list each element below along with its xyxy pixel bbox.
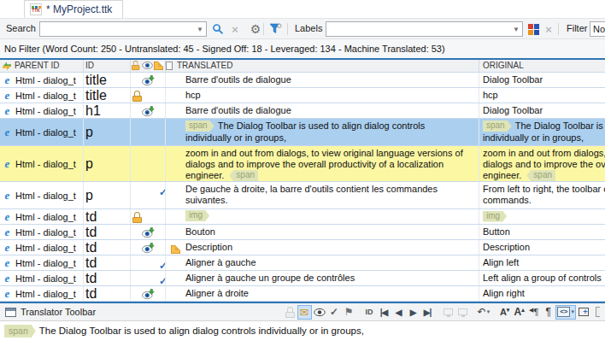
grid-header[interactable]: PARENT ID ID TRANSLATED ORIGINAL [0, 60, 605, 73]
gear-icon[interactable]: ⚙ [248, 21, 263, 37]
table-row[interactable]: eHtml - dialog_ttd✓Aligner à gauche un g… [0, 271, 605, 286]
table-row[interactable]: eHtml - dialog_ttdDescriptionDescription [0, 240, 605, 255]
tab-myproject[interactable]: TTK * MyProject.ttk [24, 0, 123, 18]
table-row[interactable]: eHtml - dialog_ttd✓Aligner à gaucheAlign… [0, 255, 605, 271]
view-eye-button[interactable] [312, 305, 327, 320]
translated-cell[interactable]: spanThe Dialog Toolbar is used to align … [165, 119, 479, 145]
html-page-icon: e [2, 256, 13, 270]
eye-icon[interactable] [142, 61, 153, 72]
table-row[interactable]: eHtml - dialog_tp✓De gauche à droite, la… [0, 182, 605, 209]
translated-cell[interactable]: hcp [165, 88, 479, 103]
open-tag-pill: img [185, 210, 209, 221]
undo-icon: ↶ [478, 306, 486, 318]
note-icon[interactable] [154, 62, 163, 72]
grid-body: eHtml - dialog_ttitleBarre d'outils de d… [0, 73, 605, 302]
html-page-icon: e [2, 189, 13, 203]
translated-cell[interactable]: Aligner à gauche un groupe de contrôles [165, 271, 479, 285]
previous-segment-button[interactable]: ◀ [391, 305, 406, 320]
flag-button[interactable]: ⚑ [342, 305, 356, 320]
original-cell: Left align a group of controls [479, 271, 605, 285]
parent-id-cell: eHtml - dialog_t [2, 103, 83, 118]
next-icon: ▶ [410, 308, 416, 317]
translated-cell[interactable]: zoom in and out from dialogs, to view or… [165, 146, 479, 181]
col-parent-id[interactable]: PARENT ID [15, 61, 59, 70]
next-untranslated-button[interactable] [455, 305, 470, 320]
id-cell: title [85, 73, 128, 87]
search-icon[interactable] [210, 21, 226, 37]
segment-editor[interactable]: spanThe Dialog Toolbar is used to align … [0, 321, 605, 364]
sign-off-button[interactable]: ✓ [327, 305, 342, 320]
translated-cell[interactable]: Description [165, 240, 479, 255]
filter-status-bar: No Filter (Word Count: 250 - Untranslate… [0, 39, 605, 58]
html-page-icon: e [2, 241, 13, 255]
parent-id-text: Html - dialog_t [15, 258, 76, 268]
translated-cell[interactable]: Barre d'outils de dialogue [165, 73, 479, 87]
show-paragraph-button[interactable]: ¶ [541, 305, 555, 320]
original-cell: Button [479, 225, 605, 239]
page-icon[interactable] [166, 62, 173, 72]
parent-id-text: Html - dialog_t [15, 106, 76, 116]
original-cell: From left to right, the toolbar contains… [479, 182, 605, 208]
lock-segment-button[interactable] [283, 305, 297, 320]
translator-toolbar-buttons: ✉✓⚑ID|◀◀▶▶|↶▾A▾A▴◀¶¶<>▾+ [283, 303, 605, 321]
clear-labels-icon[interactable]: × [541, 21, 556, 37]
sync-icon[interactable] [2, 62, 12, 73]
table-row[interactable]: eHtml - dialog_ttdimgimg [0, 209, 605, 225]
translated-cell[interactable]: img [165, 209, 479, 224]
clear-search-icon[interactable]: × [227, 21, 243, 37]
table-row[interactable]: eHtml - dialog_tpspanThe Dialog Toolbar … [0, 119, 605, 146]
envelope-icon: ✉ [300, 306, 309, 319]
translated-cell[interactable]: Aligner à droite [165, 286, 479, 301]
font-decrease-button[interactable]: A▾ [497, 305, 512, 320]
translated-cell[interactable]: Bouton [165, 225, 479, 239]
col-translated[interactable]: TRANSLATED [177, 61, 232, 70]
translated-cell[interactable]: De gauche à droite, la barre d'outils co… [165, 182, 479, 208]
close-tag-pill: span [229, 170, 258, 181]
goto-id-button[interactable]: ID [362, 305, 377, 320]
col-id[interactable]: ID [85, 61, 94, 70]
last-segment-button[interactable]: ▶| [420, 305, 435, 320]
original-cell: img [479, 209, 605, 224]
tab-bar: TTK * MyProject.ttk [0, 0, 605, 19]
clipped-icon [596, 307, 600, 317]
first-segment-button[interactable]: |◀ [377, 305, 391, 320]
table-row[interactable]: eHtml - dialog_ttdBoutonButton [0, 225, 605, 240]
labels-palette-icon[interactable] [526, 21, 541, 37]
original-cell: spanThe Dialog Toolbar is used to align … [479, 119, 605, 145]
next-segment-button[interactable]: ▶ [406, 305, 420, 320]
table-row[interactable]: eHtml - dialog_ttitleBarre d'outils de d… [0, 73, 605, 88]
parent-id-cell: eHtml - dialog_t [2, 286, 83, 301]
previous-untranslated-button[interactable] [441, 305, 455, 320]
locked-icon [132, 212, 142, 223]
html-page-icon: e [2, 210, 13, 224]
search-input[interactable]: ▼ [39, 21, 207, 37]
parent-id-cell: eHtml - dialog_t [2, 182, 83, 208]
parent-id-cell: eHtml - dialog_t [2, 255, 83, 270]
filter-funnel-icon[interactable] [267, 21, 283, 37]
col-original[interactable]: ORIGINAL [483, 61, 524, 70]
filter-label: Filter [567, 23, 587, 33]
tags-icon: <> [557, 307, 570, 317]
previous-paragraph-button[interactable]: ◀¶ [526, 305, 541, 320]
ttk-file-icon: TTK [30, 3, 42, 15]
eye-icon [314, 308, 326, 317]
mail-button[interactable]: ✉ [297, 305, 312, 320]
undo-button[interactable]: ↶▾ [476, 305, 492, 320]
font-increase-button[interactable]: A▴ [512, 305, 526, 320]
table-row[interactable]: eHtml - dialog_ttdAligner à droiteAlign … [0, 286, 605, 302]
filter-select[interactable]: No [590, 21, 605, 37]
table-row[interactable]: eHtml - dialog_ttitlehcphcp [0, 88, 605, 103]
table-row[interactable]: eHtml - dialog_tpzoom in and out from di… [0, 146, 605, 182]
tab-title: * MyProject.ttk [46, 3, 112, 15]
add-to-tm-button[interactable]: + [576, 305, 590, 320]
table-row[interactable]: eHtml - dialog_th1Barre d'outils de dial… [0, 103, 605, 119]
translated-cell[interactable]: Barre d'outils de dialogue [165, 103, 479, 118]
parent-id-cell: eHtml - dialog_t [2, 146, 83, 181]
locked-icon [285, 307, 295, 318]
labels-input[interactable]: ▼ [326, 21, 523, 37]
tag-view-button[interactable]: <>▾ [555, 305, 576, 320]
clipped-button[interactable] [590, 305, 605, 320]
translated-cell[interactable]: Aligner à gauche [165, 255, 479, 270]
toolbar-window-icon [5, 308, 16, 317]
lock-icon[interactable] [132, 61, 141, 73]
